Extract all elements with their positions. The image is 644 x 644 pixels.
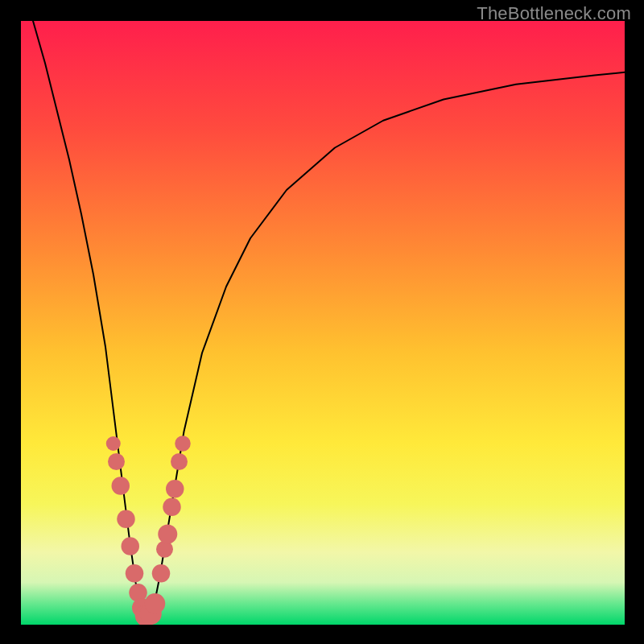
plot-area — [21, 21, 625, 625]
marker-dot — [171, 453, 188, 470]
marker-dot — [163, 498, 181, 517]
marker-dot — [126, 564, 144, 583]
bottleneck-curve — [33, 21, 625, 619]
curve-layer — [21, 21, 625, 625]
outer-frame: TheBottleneck.com — [0, 0, 644, 644]
marker-dot — [108, 453, 125, 470]
marker-dot — [175, 436, 191, 451]
marker-dot — [152, 564, 171, 583]
marker-dot — [117, 510, 135, 529]
curve-markers — [106, 436, 191, 625]
marker-dot — [112, 477, 130, 495]
marker-dot — [166, 480, 184, 498]
marker-dot — [122, 537, 140, 555]
marker-dot — [106, 436, 121, 451]
marker-dot — [145, 593, 166, 614]
marker-dot — [158, 525, 177, 544]
